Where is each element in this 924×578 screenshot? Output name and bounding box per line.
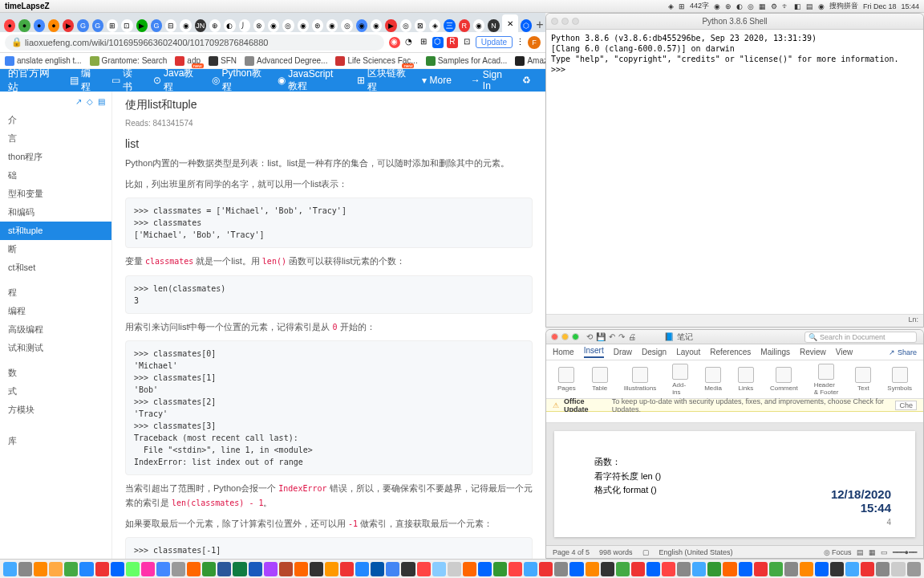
shell-output[interactable]: Python 3.8.6 (v3.8.6:db455296be, Sep 23 … [546,30,923,314]
ribbon-group[interactable]: Illustrations [619,367,661,392]
bookmark-item[interactable]: SFN [209,56,237,66]
dock-icon[interactable] [616,562,630,576]
ribbon-tab[interactable]: Insert [584,346,604,358]
dock-icon[interactable] [310,562,323,576]
nav-recycle-icon[interactable]: ♻ [516,75,537,86]
sidebar-item[interactable] [0,419,111,425]
dock-icon[interactable] [448,562,461,576]
dock-icon[interactable] [18,562,32,576]
bookmark-item[interactable]: Amazon.com : Pes... [515,56,545,66]
dock-icon[interactable] [172,562,185,576]
sidebar-item[interactable] [0,357,111,364]
dock-icon[interactable] [830,562,844,576]
update-button[interactable]: Update [476,36,513,48]
ribbon-group[interactable]: Header & Footer [809,364,845,396]
dock-icon[interactable] [876,562,890,576]
ribbon-group[interactable]: Links [733,367,759,392]
code-block[interactable]: >>> classmates[0] 'Michael' >>> classmat… [125,340,533,475]
dock-icon[interactable] [249,562,262,576]
dock-icon[interactable] [371,562,384,576]
sidebar-item[interactable]: 程 [0,283,111,302]
sidebar-item[interactable] [0,450,111,457]
dock-icon[interactable] [707,562,721,576]
dock-icon[interactable] [493,562,507,576]
dock-icon[interactable] [264,562,278,576]
dock-icon[interactable] [907,562,921,576]
dock-icon[interactable] [187,562,201,576]
ruler[interactable] [546,412,923,423]
dock-icon[interactable] [554,562,568,576]
dock-icon[interactable] [891,562,905,576]
bookmark-item[interactable]: Grantome: Search [90,56,168,66]
dropbox-tab-icon[interactable]: ⬡ [521,19,532,32]
dock-icon[interactable] [386,562,399,576]
ribbon-group[interactable]: Table [587,367,613,392]
sidebar-item[interactable]: 断 [0,240,111,258]
dock-icon[interactable] [586,562,599,576]
sidebar-item[interactable]: 试和测试 [0,339,111,357]
sidebar-item[interactable]: thon程序 [0,148,111,166]
ribbon-group[interactable]: Symbols [882,367,917,392]
chrome-tabstrip[interactable]: ●●●●▶GG⊞⊡▶G⊟◉JN⊕◐丿⊗◉◎◉⊛◉◎◉◉▶◎⊠◈三R◉N ✕ ⬡ … [0,13,545,32]
dock-icon[interactable] [202,562,216,576]
dock-icon[interactable] [524,562,537,576]
nav-signin[interactable]: → Sign In [464,69,513,92]
site-brand[interactable]: 的官方网站 [8,66,52,95]
dock-icon[interactable] [217,562,231,576]
sidebar-item[interactable]: 编程 [0,302,111,320]
dock-icon[interactable] [432,562,446,576]
address-bar[interactable]: 🔒 liaoxuefeng.com/wiki/1016959663602400/… [5,35,384,51]
dock-icon[interactable] [463,562,476,576]
dock-icon[interactable] [79,562,93,576]
dock-icon[interactable] [294,562,308,576]
window-controls[interactable] [551,18,579,25]
sidebar-item[interactable]: ct和set [0,258,111,277]
sidebar-item[interactable]: st和tuple [0,222,111,240]
bookmark-item[interactable]: Samples for Acad... [426,56,508,66]
collapse-icon[interactable]: ◇ [87,97,93,106]
nav-js[interactable]: ◉ JavaScript教程 [271,68,347,93]
sidebar-item[interactable]: 介 [0,111,111,129]
chapter-sidebar[interactable]: ↗◇▤ 介言thon程序础型和变量和编码st和tuple断ct和set程编程高级… [0,92,112,559]
dock-icon[interactable] [126,562,140,576]
sidebar-item[interactable] [0,425,111,432]
dock-icon[interactable] [692,562,706,576]
search-input[interactable]: 🔍 Search in Document [804,332,917,343]
dock-icon[interactable] [401,562,415,576]
update-banner[interactable]: ⚠ Office Update To keep up-to-date with … [546,399,923,412]
sidebar-item[interactable]: 型和变量 [0,185,111,203]
new-tab-button[interactable]: + [534,18,545,32]
sidebar-item[interactable]: 言 [0,129,111,148]
ribbon-group[interactable]: Pages [553,367,581,392]
nav-programming[interactable]: ▤ 编程 [63,67,102,94]
document-area[interactable]: 函数： 看字符长度 len () 格式化 format () 12/18/202… [546,423,923,545]
ribbon-group[interactable]: Add-ins [667,364,693,396]
quick-access-toolbar[interactable]: ⟲💾↶↷🖨 [586,332,636,341]
code-block[interactable]: >>> len(classmates) 3 [125,275,533,314]
ribbon-tab[interactable]: References [710,348,751,356]
ribbon-tab[interactable]: Mailings [760,348,790,356]
dock-icon[interactable] [141,562,155,576]
dock-icon[interactable] [769,562,783,576]
dock-icon[interactable] [723,562,736,576]
dock-icon[interactable] [754,562,768,576]
dock-icon[interactable] [325,562,338,576]
dock-icon[interactable] [156,562,170,576]
profile-avatar[interactable]: F [528,36,541,49]
dock-icon[interactable] [95,562,109,576]
dock-icon[interactable] [631,562,645,576]
ribbon-tab[interactable]: Layout [676,348,700,356]
nav-more[interactable]: ▾ More [415,75,457,86]
dock-icon[interactable] [815,562,829,576]
sidebar-item[interactable]: 数 [0,364,111,382]
sidebar-item[interactable]: 式 [0,382,111,401]
window-controls[interactable] [551,333,579,340]
bookmark-item[interactable]: Advanced Degree... [245,56,327,66]
code-block[interactable]: >>> classmates = ['Michael', 'Bob', 'Tra… [125,197,533,248]
dock-icon[interactable] [233,562,246,576]
dock-icon[interactable] [417,562,431,576]
ribbon-tab[interactable]: Review [800,348,826,356]
sidebar-item[interactable]: 础 [0,166,111,185]
ribbon[interactable]: PagesTableIllustrationsAdd-insMediaLinks… [546,360,923,399]
dock-icon[interactable] [64,562,78,576]
